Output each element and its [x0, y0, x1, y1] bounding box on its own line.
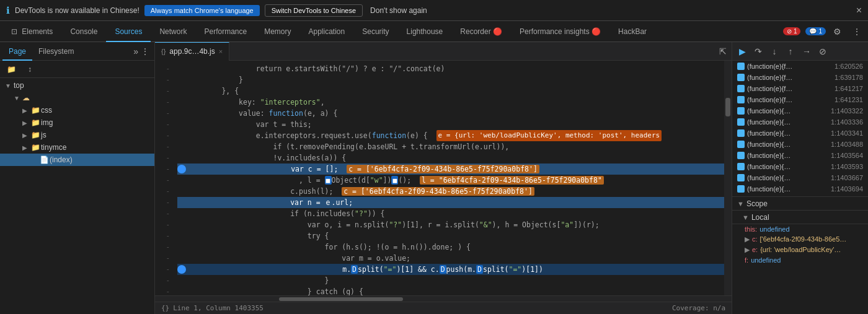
tab-network[interactable]: Network — [151, 21, 195, 42]
vertical-scrollbar[interactable] — [724, 61, 732, 295]
tree-item-index[interactable]: 📄 (index) — [0, 154, 154, 166]
code-line-12: c.push(l); c = ['6ebf4cfa-2f09-434b-86e5… — [177, 186, 724, 197]
code-toolbar-expand[interactable]: ⇱ — [714, 43, 732, 60]
step-out-button[interactable]: ↑ — [783, 44, 798, 59]
step-over-button[interactable]: ↷ — [751, 44, 766, 59]
call-stack-item-10[interactable]: (function(e){… 1:1403667 — [732, 172, 868, 183]
tab-bar: ⊡ Elements Console Sources Network Perfo… — [0, 21, 868, 42]
scope-item-f: f: undefined — [732, 255, 868, 265]
close-tab-0[interactable]: × — [219, 48, 223, 55]
status-line-col: Line 1, Column 1403355 — [173, 304, 264, 312]
match-language-button[interactable]: Always match Chrome's language — [144, 5, 260, 16]
elements-icon: ⊡ — [11, 27, 17, 36]
call-stack-item-5[interactable]: (function(e){… 1:1403336 — [732, 116, 868, 128]
bracket-icon: {} — [161, 304, 169, 312]
code-line-9: !v.includes(a)) { — [177, 152, 724, 164]
code-line-13: var n = e.url; — [177, 197, 724, 208]
code-line-3: }, { — [177, 85, 724, 97]
code-line-5: value: function(e, a) { — [177, 108, 724, 119]
code-tabs: {} app.9c…4b.js × ⇱ — [155, 42, 732, 61]
step-into-button[interactable]: ↓ — [767, 44, 782, 59]
info-badge[interactable]: 💬 1 — [805, 27, 826, 35]
local-label: Local — [751, 213, 769, 222]
code-tab-0[interactable]: {} app.9c…4b.js × — [155, 42, 229, 61]
tab-memory[interactable]: Memory — [255, 21, 299, 42]
code-line-11: , l = ■Object(d["w"])■(); l = "6ebf4cfa-… — [177, 175, 724, 186]
debugger-toolbar: ▶ ↷ ↓ ↑ → ⊘ — [732, 42, 868, 61]
call-stack-item-2[interactable]: (function(e){f… 1:641217 — [732, 83, 868, 94]
main-layout: Page Filesystem » ⋮ 📁 ↕ ▼ top ▼ ☁ — [0, 42, 868, 314]
step-button[interactable]: → — [799, 44, 814, 59]
error-badge[interactable]: ⊘ 1 — [783, 27, 801, 35]
sidebar-menu-button[interactable]: ⋮ — [138, 46, 152, 56]
tab-lighthouse[interactable]: Lighthouse — [398, 21, 452, 42]
line-numbers: ----- ----- ----- ----- ---- — [155, 61, 172, 295]
code-line-19: m.Dsplit("=")[1] && c.Dpush(m.Dsplit("="… — [177, 264, 724, 275]
notification-text: DevTools is now available in Chinese! — [15, 6, 140, 15]
call-stack-item-8[interactable]: (function(e){… 1:1403564 — [732, 150, 868, 161]
code-line-1: return e.startsWith("/") ? e : "/".conca… — [177, 63, 724, 74]
sidebar-tree: ▼ top ▼ ☁ ▶ 📁 css ▶ 📁 img — [0, 78, 154, 314]
sidebar-more-button[interactable]: » — [133, 46, 138, 56]
deactivate-breakpoints[interactable]: ⊘ — [815, 44, 830, 59]
call-stack-item-1[interactable]: (function(e){f… 1:639178 — [732, 72, 868, 83]
tab-application[interactable]: Application — [300, 21, 354, 42]
code-line-7: e.interceptors.request.use(function(e) {… — [177, 130, 724, 141]
dont-show-again[interactable]: Don't show again — [370, 6, 427, 15]
code-line-16: try { — [177, 230, 724, 242]
code-lines[interactable]: return e.startsWith("/") ? e : "/".conca… — [172, 61, 724, 295]
call-stack-item-0[interactable]: (function(e){f… 1:620526 — [732, 61, 868, 72]
sidebar-tabs: Page Filesystem » ⋮ — [0, 42, 154, 61]
tab-elements[interactable]: ⊡ Elements — [2, 21, 61, 42]
scope-section: ▼ Scope ▼ Local this: undefined ▶ c: ['6… — [732, 197, 868, 314]
tab-performance[interactable]: Performance — [195, 21, 255, 42]
code-line-8: if (t.removePending(e.baseURL + t.transf… — [177, 141, 724, 152]
scope-header[interactable]: ▼ Scope — [732, 197, 868, 211]
tab-sources[interactable]: Sources — [106, 21, 151, 42]
horizontal-scrollbar[interactable] — [155, 295, 732, 302]
tab-security[interactable]: Security — [353, 21, 397, 42]
sidebar-toolbar: 📁 ↕ — [0, 61, 154, 78]
scope-item-c[interactable]: ▶ c: ['6ebf4cfa-2f09-434b-86e5… — [732, 234, 868, 245]
local-scope-header[interactable]: ▼ Local — [732, 211, 868, 224]
more-tools-icon[interactable]: ⋮ — [848, 23, 866, 40]
sidebar-new-folder[interactable]: 📁 — [2, 61, 20, 78]
tree-item-img[interactable]: ▶ 📁 img — [0, 116, 154, 129]
tab-performance-insights[interactable]: Performance insights 🔴 — [511, 21, 609, 42]
notification-close[interactable]: × — [856, 5, 862, 16]
call-stack-item-7[interactable]: (function(e){… 1:1403488 — [732, 139, 868, 150]
call-stack: (function(e){f… 1:620526 (function(e){f…… — [732, 61, 868, 197]
sidebar-tab-filesystem[interactable]: Filesystem — [32, 42, 80, 61]
sidebar: Page Filesystem » ⋮ 📁 ↕ ▼ top ▼ ☁ — [0, 42, 155, 314]
tree-item-tinymce[interactable]: ▶ 📁 tinymce — [0, 141, 154, 154]
code-line-18: var m = o.value; — [177, 253, 724, 264]
settings-icon[interactable]: ⚙ — [828, 23, 846, 40]
notification-bar: ℹ DevTools is now available in Chinese! … — [0, 0, 868, 21]
switch-devtools-button[interactable]: Switch DevTools to Chinese — [265, 4, 363, 17]
scope-item-e[interactable]: ▶ e: {url: 'web/loadPublicKey'… — [732, 245, 868, 255]
code-line-6: var t = this; — [177, 119, 724, 130]
tree-item-css[interactable]: ▶ 📁 css — [0, 104, 154, 116]
scope-item-this: this: undefined — [732, 224, 868, 234]
call-stack-item-11[interactable]: (function(e){… 1:1403694 — [732, 183, 868, 194]
tree-item-cloud[interactable]: ▼ ☁ — [0, 92, 154, 104]
code-statusbar: {} Line 1, Column 1403355 Coverage: n/a — [155, 302, 732, 314]
sidebar-sync[interactable]: ↕ — [21, 61, 38, 78]
tab-hackbar[interactable]: HackBar — [609, 21, 655, 42]
call-stack-item-4[interactable]: (function(e){… 1:1403322 — [732, 105, 868, 116]
tab-console[interactable]: Console — [61, 21, 106, 42]
tree-item-top[interactable]: ▼ top — [0, 79, 154, 92]
call-stack-item-6[interactable]: (function(e){… 1:1403341 — [732, 128, 868, 139]
coverage-label: Coverage: n/a — [672, 304, 725, 312]
resume-button[interactable]: ▶ — [735, 44, 750, 59]
tree-item-js[interactable]: ▶ 📁 js — [0, 129, 154, 141]
sidebar-tab-page[interactable]: Page — [2, 42, 32, 61]
info-icon: ℹ — [6, 5, 10, 16]
call-stack-item-9[interactable]: (function(e){… 1:1403593 — [732, 161, 868, 172]
code-line-21: } catch (g) { — [177, 286, 724, 295]
code-line-17: for (h.s(); !(o = h.n()).done; ) { — [177, 242, 724, 253]
tab-recorder[interactable]: Recorder 🔴 — [451, 21, 511, 42]
scope-label: Scope — [746, 199, 768, 208]
code-content: ----- ----- ----- ----- ---- return e.st… — [155, 61, 732, 314]
call-stack-item-3[interactable]: (function(e){f… 1:641231 — [732, 94, 868, 105]
